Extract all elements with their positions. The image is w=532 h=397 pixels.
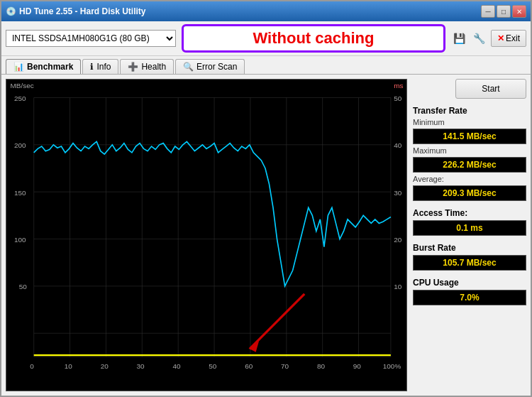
- cpu-usage-label: CPU Usage: [413, 278, 526, 288]
- tabs-bar: 📊 Benchmark ℹ Info ➕ Health 🔍 Error Scan: [1, 56, 531, 74]
- svg-text:20: 20: [101, 362, 109, 370]
- tab-info-label: Info: [96, 62, 111, 72]
- minimum-label: Minimum: [413, 118, 526, 126]
- svg-text:70: 70: [281, 362, 289, 370]
- access-time-value: 0.1 ms: [413, 220, 526, 236]
- window-close-button[interactable]: ✕: [512, 5, 526, 18]
- tab-health-label: Health: [141, 62, 166, 72]
- tab-error-scan-label: Error Scan: [196, 62, 237, 72]
- svg-text:MB/sec: MB/sec: [11, 82, 34, 89]
- average-label: Average:: [413, 175, 526, 183]
- svg-text:40: 40: [172, 362, 181, 370]
- window-icon: 💿: [6, 6, 16, 16]
- svg-text:50: 50: [209, 362, 217, 370]
- title-bar-text: 💿 HD Tune 2.55 - Hard Disk Utility: [6, 6, 145, 16]
- window-title: HD Tune 2.55 - Hard Disk Utility: [19, 6, 145, 16]
- health-icon: ➕: [128, 62, 138, 72]
- tab-health[interactable]: ➕ Health: [120, 59, 174, 74]
- svg-text:0: 0: [30, 362, 34, 370]
- title-bar: 💿 HD Tune 2.55 - Hard Disk Utility ─ □ ✕: [1, 1, 531, 21]
- minimize-button[interactable]: ─: [481, 5, 495, 18]
- svg-text:10: 10: [394, 283, 402, 290]
- burst-rate-value: 105.7 MB/sec: [413, 255, 526, 271]
- banner-text: Without caching: [253, 29, 375, 48]
- burst-rate-label: Burst Rate: [413, 243, 526, 253]
- maximum-label: Maximum: [413, 146, 526, 155]
- svg-text:30: 30: [394, 189, 402, 197]
- chart-area: MB/sec 250 200 150 100 50 ms 50 40 30 20…: [6, 79, 407, 391]
- info-icon: ℹ: [90, 62, 94, 72]
- benchmark-icon: 📊: [13, 62, 24, 72]
- svg-text:40: 40: [394, 141, 402, 149]
- svg-text:10: 10: [65, 362, 73, 370]
- start-button[interactable]: Start: [455, 79, 526, 99]
- svg-text:20: 20: [394, 236, 402, 244]
- title-bar-controls: ─ □ ✕: [481, 5, 526, 18]
- tab-info[interactable]: ℹ Info: [82, 59, 118, 74]
- average-value: 209.3 MB/sec: [413, 185, 526, 201]
- minimum-value: 141.5 MB/sec: [413, 129, 526, 144]
- disk-select[interactable]: INTEL SSDSA1MH080G1G (80 GB): [6, 30, 176, 47]
- toolbar: INTEL SSDSA1MH080G1G (80 GB) Without cac…: [1, 21, 531, 56]
- svg-text:50: 50: [394, 94, 402, 102]
- svg-text:60: 60: [245, 362, 253, 370]
- exit-label: Exit: [506, 33, 520, 43]
- cpu-usage-value: 7.0%: [413, 290, 526, 305]
- svg-text:50: 50: [19, 283, 28, 290]
- save-icon[interactable]: 💾: [451, 30, 468, 47]
- access-time-label: Access Time:: [413, 208, 526, 218]
- svg-text:100: 100: [14, 236, 26, 244]
- tab-error-scan[interactable]: 🔍 Error Scan: [175, 59, 245, 74]
- tab-benchmark[interactable]: 📊 Benchmark: [6, 59, 81, 74]
- cpu-usage-section: CPU Usage 7.0%: [413, 275, 526, 305]
- transfer-rate-section: Transfer Rate Minimum 141.5 MB/sec Maxim…: [413, 103, 526, 201]
- banner: Without caching: [182, 24, 445, 53]
- maximize-button[interactable]: □: [497, 5, 511, 18]
- maximum-value: 226.2 MB/sec: [413, 157, 526, 173]
- svg-text:100%: 100%: [383, 362, 401, 370]
- chart-svg: MB/sec 250 200 150 100 50 ms 50 40 30 20…: [6, 80, 406, 391]
- svg-text:200: 200: [14, 141, 26, 149]
- svg-text:90: 90: [353, 362, 362, 370]
- transfer-rate-label: Transfer Rate: [413, 106, 526, 116]
- exit-x-icon: ✕: [497, 33, 504, 43]
- svg-text:80: 80: [317, 362, 326, 370]
- svg-text:30: 30: [137, 362, 145, 370]
- burst-rate-section: Burst Rate 105.7 MB/sec: [413, 240, 526, 271]
- access-time-section: Access Time: 0.1 ms: [413, 205, 526, 236]
- svg-line-41: [250, 294, 304, 349]
- tab-benchmark-label: Benchmark: [27, 62, 73, 72]
- svg-text:ms: ms: [394, 82, 403, 89]
- exit-button[interactable]: ✕ Exit: [491, 30, 526, 47]
- svg-text:150: 150: [14, 189, 26, 197]
- main-content: MB/sec 250 200 150 100 50 ms 50 40 30 20…: [1, 74, 531, 396]
- toolbar-icons: 💾 🔧 ✕ Exit: [451, 30, 526, 47]
- start-label: Start: [482, 84, 499, 94]
- main-window: 💿 HD Tune 2.55 - Hard Disk Utility ─ □ ✕…: [0, 0, 532, 397]
- sidebar: Start Transfer Rate Minimum 141.5 MB/sec…: [413, 79, 526, 391]
- svg-text:250: 250: [14, 94, 26, 102]
- tool-icon[interactable]: 🔧: [471, 30, 488, 47]
- error-scan-icon: 🔍: [183, 62, 194, 72]
